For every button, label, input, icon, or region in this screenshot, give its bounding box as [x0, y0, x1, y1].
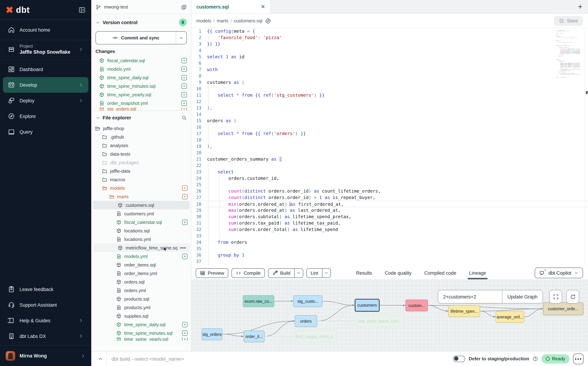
code-line-11[interactable]: 11 select * from {{ ref('stg_customers')… [191, 92, 588, 99]
code-line-21[interactable]: 21customer_orders_summary as ( [191, 156, 588, 162]
tree-item-jaffle-data[interactable]: jaffle-data [91, 167, 191, 175]
breadcrumb-models[interactable]: models [196, 18, 211, 23]
build-button[interactable]: Build [268, 268, 303, 278]
code-line-28[interactable]: 28 min(orders.ordered_at) as first_order… [191, 201, 588, 207]
tree-item-models[interactable]: models• [91, 184, 191, 192]
code-line-3[interactable]: 3}) }} [191, 41, 588, 47]
code-line-13[interactable]: 13), [191, 105, 588, 111]
stage-file-button[interactable]: + [181, 83, 187, 89]
code-line-35[interactable]: 35 [191, 245, 588, 252]
compile-button[interactable]: Compile [232, 268, 265, 278]
tab-customers-sql[interactable]: customers.sql ✕ [191, 0, 271, 14]
lineage-node-pink[interactable]: custom... [405, 299, 428, 311]
change-item-stg_orders.sql[interactable]: stg_orders.sql• [91, 107, 191, 111]
code-line-36[interactable]: 36 group by 1 [191, 252, 588, 258]
version-control-header[interactable]: Version control 8 [91, 14, 191, 29]
tree-item-fiscal_calendar.sql[interactable]: fiscal_calendar.sql+ [91, 218, 191, 226]
fullscreen-button[interactable] [549, 290, 562, 304]
sidebar-user[interactable]: Mirna Wong [0, 345, 91, 366]
sidebar-item-leave-feedback[interactable]: Leave feedback [3, 282, 89, 297]
code-line-34[interactable]: 34 from orders [191, 239, 588, 245]
lineage-node-orders[interactable]: orders [295, 315, 317, 327]
sidebar-item-explore[interactable]: Explore [3, 108, 89, 124]
stage-file-button[interactable]: + [182, 330, 187, 336]
tree-item-products.yml[interactable]: products.yml [91, 303, 191, 312]
tree-item-time_spine_yearly.sql[interactable]: time_spine_yearly.sql+ [91, 337, 191, 341]
code-line-23[interactable]: 23 select [191, 169, 588, 175]
code-line-4[interactable]: 4 [191, 47, 588, 54]
tree-item-locations.sql[interactable]: locations.sql [91, 226, 191, 235]
code-line-22[interactable]: 22 [191, 162, 588, 169]
scrollbar-thumb[interactable] [586, 91, 588, 94]
tab-compiled-code[interactable]: Compiled code [424, 267, 456, 279]
code-line-5[interactable]: 5select 1 as id [191, 54, 588, 60]
copy-icon[interactable] [181, 4, 187, 10]
tree-item-supplies.sql[interactable]: supplies.sql [91, 312, 191, 320]
commit-and-sync-button[interactable]: Commit and sync [96, 31, 187, 44]
dbt-copilot-button[interactable]: ✦ dbt Copilot [535, 267, 583, 278]
tree-item-orders.sql[interactable]: orders.sql [91, 277, 191, 286]
code-line-29[interactable]: 29 max(orders.ordered_at) as last_ordere… [191, 207, 588, 214]
sidebar-item-develop[interactable]: Develop [3, 77, 89, 93]
stage-file-button[interactable]: + [181, 66, 187, 72]
code-line-27[interactable]: 27 count(distinct orders.order_id) > 1 a… [191, 194, 588, 201]
tab-lineage[interactable]: Lineage [469, 267, 486, 279]
code-line-10[interactable]: 10 [191, 86, 588, 92]
stage-file-button[interactable]: + [182, 337, 187, 341]
stage-file-button[interactable]: + [181, 100, 187, 106]
change-item-time_spine_yearly.sql[interactable]: time_spine_yearly.sql+ [91, 90, 191, 99]
lineage-canvas[interactable]: ecom.raw_cu...stg_custo...customerscusto… [191, 280, 588, 351]
tree-item-analyses[interactable]: analyses [91, 141, 191, 150]
command-input[interactable]: dbt build --select <model_name> [112, 356, 453, 362]
code-line-37[interactable]: 37 [191, 258, 588, 265]
refresh-button[interactable] [566, 290, 579, 304]
code-line-18[interactable]: 18 [191, 137, 588, 143]
tab-results[interactable]: Results [356, 267, 372, 279]
change-item-fiscal_calendar.sql[interactable]: fiscal_calendar.sql+ [91, 56, 191, 65]
item-menu-button[interactable]: ••• [180, 245, 186, 250]
stage-file-button[interactable]: + [182, 253, 187, 259]
lineage-node-avg[interactable]: average_ord... [496, 311, 524, 323]
change-item-models.yml[interactable]: models.yml+ [91, 65, 191, 73]
code-line-26[interactable]: 26 count(distinct orders.order_id) as co… [191, 188, 588, 194]
code-line-9[interactable]: 9customers as ( [191, 79, 588, 86]
tree-item-marts[interactable]: marts• [91, 192, 191, 201]
tree-item-time_spine_daily.sql[interactable]: time_spine_daily.sql+ [91, 320, 191, 329]
code-line-30[interactable]: 30 sum(orders.subtotal) as lifetime_spen… [191, 214, 588, 220]
code-editor[interactable]: 1{{ config(meta = {2 'favorite_food': 'p… [191, 28, 588, 267]
sidebar-item-help-guides[interactable]: Help & Guides [3, 313, 89, 328]
code-line-2[interactable]: 2 'favorite_food': 'pizza' [191, 34, 588, 41]
preview-button[interactable]: Preview [196, 268, 229, 278]
lineage-node-ecom[interactable]: ecom.raw_cu... [243, 295, 274, 307]
code-line-17[interactable]: 17 select * from {{ ref('orders') }} [191, 130, 588, 137]
search-icon[interactable] [181, 115, 187, 121]
lint-options-chevron[interactable] [322, 268, 331, 277]
tree-item-data-tests[interactable]: data-tests [91, 150, 191, 158]
defer-toggle[interactable] [453, 356, 465, 362]
stage-file-button[interactable]: + [182, 219, 187, 225]
sidebar-item-account-home[interactable]: Account home [3, 22, 89, 38]
sidebar-item-project[interactable]: Project Jaffle Shop Snowflake [0, 40, 91, 60]
breadcrumb-marts[interactable]: marts [217, 18, 228, 23]
tree-item-locations.yml[interactable]: locations.yml [91, 235, 191, 244]
lineage-node-life[interactable]: lifetime_spen... [448, 305, 480, 317]
tree-item-order_items.sql[interactable]: order_items.sql [91, 260, 191, 269]
code-line-20[interactable]: 20 [191, 150, 588, 156]
expand-command-bar-icon[interactable] [98, 356, 103, 362]
build-options-chevron[interactable] [294, 268, 303, 277]
change-item-time_spine_daily.sql[interactable]: time_spine_daily.sql+ [91, 73, 191, 82]
lineage-node-stgo[interactable]: stg_orders [202, 328, 222, 340]
editor-scrollbar[interactable] [585, 28, 588, 267]
file-explorer-header[interactable]: File explorer [91, 111, 191, 123]
stage-file-button[interactable]: + [182, 322, 187, 327]
tree-item-jaffle-shop[interactable]: jaffle-shop [91, 124, 191, 133]
lineage-node-stgc[interactable]: stg_custo... [293, 295, 322, 307]
code-line-31[interactable]: 31 sum(orders.tax_paid) as lifetime_tax_… [191, 220, 588, 226]
tree-item-dbt_packages[interactable]: dbt_packages [91, 158, 191, 167]
close-tab-icon[interactable]: ✕ [261, 4, 265, 10]
stage-file-button[interactable]: + [181, 58, 187, 63]
code-line-7[interactable]: 7with [191, 67, 588, 73]
tree-item-metricflow_time_spine.sql[interactable]: metricflow_time_spine.sql••• [93, 244, 190, 252]
sidebar-item-support-assistant[interactable]: Support Assistant [3, 297, 89, 313]
code-line-1[interactable]: 1{{ config(meta = { [191, 28, 588, 34]
